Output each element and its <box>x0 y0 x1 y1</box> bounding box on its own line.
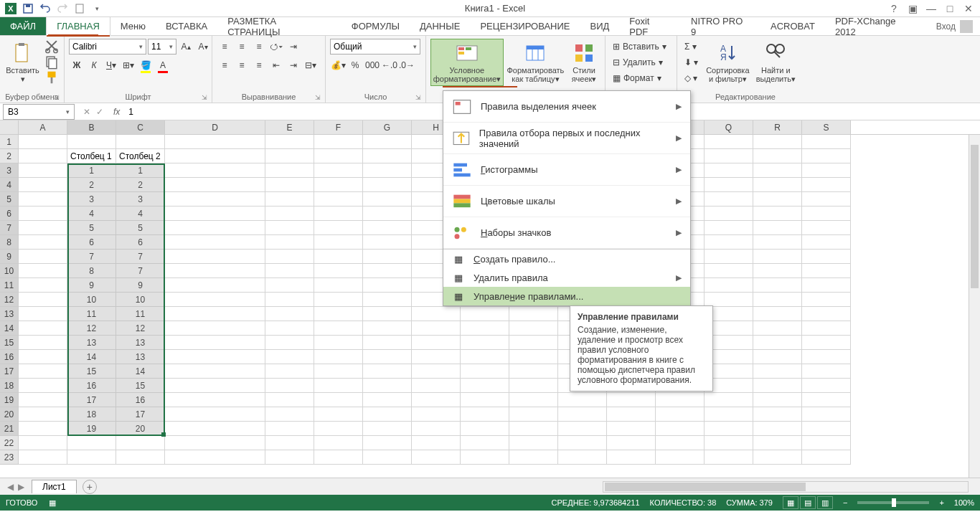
cell[interactable] <box>802 250 851 264</box>
cell[interactable] <box>265 278 314 293</box>
vertical-scrollbar[interactable] <box>969 135 980 478</box>
name-box[interactable]: B3▾ <box>3 104 75 120</box>
column-header[interactable]: R <box>753 120 802 134</box>
cell[interactable] <box>802 336 851 350</box>
macro-icon[interactable]: ▦ <box>49 498 56 508</box>
cell[interactable]: 15 <box>67 364 116 379</box>
cut-icon[interactable] <box>44 39 60 53</box>
cell[interactable] <box>656 393 705 407</box>
cell[interactable] <box>363 379 412 393</box>
cell[interactable] <box>265 235 314 250</box>
tab-pagelayout[interactable]: РАЗМЕТКА СТРАНИЦЫ <box>217 17 341 35</box>
indent-inc-icon[interactable]: ⇥ <box>286 57 301 73</box>
cell[interactable]: 7 <box>116 264 165 278</box>
cell[interactable]: 18 <box>67 407 116 422</box>
cell[interactable] <box>509 321 558 336</box>
cell[interactable] <box>363 178 412 192</box>
cell[interactable]: 13 <box>67 336 116 350</box>
cell[interactable] <box>165 364 265 379</box>
cell[interactable] <box>363 393 412 407</box>
paste-button[interactable]: Вставить▾ <box>4 39 41 86</box>
cell[interactable] <box>165 393 265 407</box>
cell[interactable]: 8 <box>67 264 116 278</box>
cell[interactable] <box>607 407 656 422</box>
cell[interactable] <box>165 350 265 364</box>
cell[interactable] <box>363 422 412 436</box>
cell[interactable] <box>19 178 67 192</box>
cells-area[interactable]: Столбец 1Столбец 21122334455667787991010… <box>19 135 851 465</box>
cell[interactable] <box>802 379 851 393</box>
percent-icon[interactable]: % <box>347 57 363 73</box>
cell[interactable]: Столбец 2 <box>116 149 165 163</box>
cell[interactable] <box>265 149 314 163</box>
italic-icon[interactable]: К <box>86 57 102 73</box>
fill-icon[interactable]: ⬇ ▾ <box>682 54 701 70</box>
row-header[interactable]: 23 <box>0 450 19 465</box>
cell[interactable] <box>802 407 851 422</box>
cell[interactable] <box>314 135 363 149</box>
cell[interactable] <box>558 450 607 465</box>
row-header[interactable]: 14 <box>0 321 19 336</box>
launcher-icon[interactable]: ⇲ <box>315 94 321 101</box>
cell[interactable] <box>363 207 412 221</box>
cell[interactable] <box>314 149 363 163</box>
cell[interactable]: 11 <box>67 307 116 321</box>
tab-acrobat[interactable]: ACROBAT <box>760 17 825 35</box>
fx-icon[interactable]: fx <box>109 107 124 117</box>
conditional-formatting-button[interactable]: Условное форматирование▾ <box>430 39 504 86</box>
cell[interactable] <box>314 336 363 350</box>
cell[interactable] <box>314 393 363 407</box>
cell[interactable] <box>509 307 558 321</box>
cell[interactable] <box>67 135 116 149</box>
close-icon[interactable]: ✕ <box>960 1 977 16</box>
cell[interactable] <box>314 379 363 393</box>
cell[interactable] <box>265 221 314 235</box>
cell[interactable] <box>607 393 656 407</box>
cell[interactable]: 2 <box>67 178 116 192</box>
cell[interactable] <box>314 407 363 422</box>
cell[interactable] <box>314 178 363 192</box>
row-header[interactable]: 20 <box>0 407 19 422</box>
excel-icon[interactable]: X <box>3 1 19 16</box>
tab-nitro[interactable]: NITRO PRO 9 <box>681 17 760 35</box>
tab-view[interactable]: ВИД <box>580 17 619 35</box>
cell[interactable]: 4 <box>67 207 116 221</box>
cell[interactable] <box>265 321 314 336</box>
format-painter-icon[interactable] <box>44 70 60 85</box>
cell[interactable] <box>802 350 851 364</box>
cell[interactable] <box>461 436 509 450</box>
column-header[interactable]: D <box>165 120 265 134</box>
sign-in[interactable]: Вход <box>929 17 980 35</box>
cell[interactable] <box>19 321 67 336</box>
row-header[interactable]: 18 <box>0 379 19 393</box>
cell[interactable] <box>802 221 851 235</box>
cell[interactable] <box>19 163 67 178</box>
cell[interactable] <box>656 436 705 450</box>
insert-cells-button[interactable]: ⊞Вставить ▾ <box>610 39 669 54</box>
cell[interactable] <box>165 278 265 293</box>
cell[interactable] <box>265 422 314 436</box>
cell[interactable] <box>363 450 412 465</box>
cell[interactable] <box>753 221 802 235</box>
cell[interactable] <box>412 321 461 336</box>
orientation-icon[interactable]: ⭯▾ <box>268 39 284 54</box>
cell[interactable] <box>19 450 67 465</box>
cell[interactable] <box>314 221 363 235</box>
row-header[interactable]: 13 <box>0 307 19 321</box>
cell[interactable] <box>314 293 363 307</box>
cell[interactable]: 4 <box>116 207 165 221</box>
launcher-icon[interactable]: ⇲ <box>415 94 421 101</box>
cell[interactable] <box>363 350 412 364</box>
cell[interactable] <box>461 321 509 336</box>
menu-data-bars[interactable]: Гистограммы▶ <box>443 154 690 186</box>
wrap-icon[interactable]: ⇥ <box>286 39 301 54</box>
column-header[interactable]: B <box>67 120 116 134</box>
align-center-icon[interactable]: ≡ <box>234 57 250 73</box>
cell[interactable]: 10 <box>116 293 165 307</box>
cell[interactable] <box>705 135 753 149</box>
column-header[interactable]: A <box>19 120 67 134</box>
cell[interactable] <box>265 250 314 264</box>
cell[interactable] <box>314 192 363 207</box>
select-all-corner[interactable] <box>0 120 19 134</box>
cell[interactable] <box>314 264 363 278</box>
